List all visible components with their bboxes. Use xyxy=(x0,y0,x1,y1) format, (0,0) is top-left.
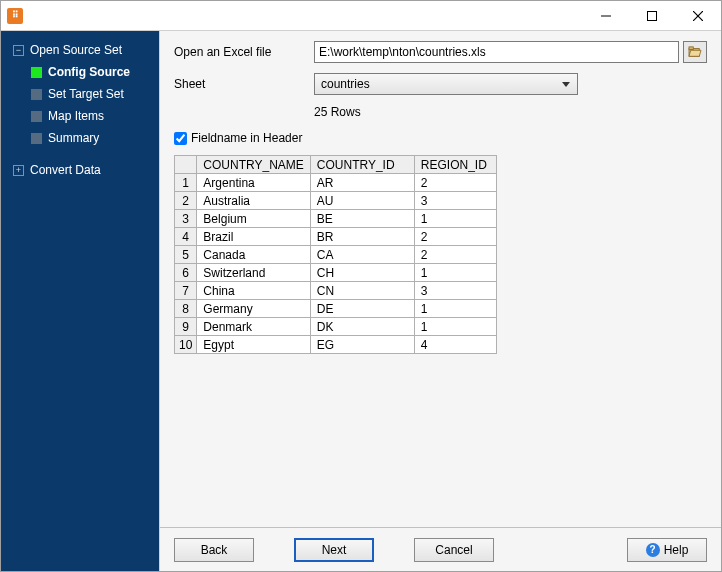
sidebar-item-label: Set Target Set xyxy=(48,87,124,101)
sidebar-item-label: Convert Data xyxy=(30,163,101,177)
fieldname-header-checkbox[interactable] xyxy=(174,132,187,145)
tree-toggle-icon[interactable]: − xyxy=(13,45,24,56)
table-cell: DK xyxy=(310,318,414,336)
row-number: 3 xyxy=(175,210,197,228)
back-button[interactable]: Back xyxy=(174,538,254,562)
titlebar: ⠿ xyxy=(1,1,721,31)
open-file-label: Open an Excel file xyxy=(174,45,314,59)
sidebar-item-label: Open Source Set xyxy=(30,43,122,57)
table-row[interactable]: 10EgyptEG4 xyxy=(175,336,497,354)
table-row[interactable]: 8GermanyDE1 xyxy=(175,300,497,318)
table-cell: BE xyxy=(310,210,414,228)
step-bullet-icon xyxy=(31,89,42,100)
column-header[interactable]: COUNTRY_ID xyxy=(310,156,414,174)
row-number: 4 xyxy=(175,228,197,246)
row-number: 7 xyxy=(175,282,197,300)
step-bullet-icon xyxy=(31,111,42,122)
table-cell: 1 xyxy=(414,264,496,282)
table-cell: 2 xyxy=(414,174,496,192)
row-number: 6 xyxy=(175,264,197,282)
table-cell: BR xyxy=(310,228,414,246)
table-cell: DE xyxy=(310,300,414,318)
table-cell: 3 xyxy=(414,192,496,210)
browse-button[interactable] xyxy=(683,41,707,63)
row-number: 1 xyxy=(175,174,197,192)
row-number: 5 xyxy=(175,246,197,264)
table-cell: AU xyxy=(310,192,414,210)
table-row[interactable]: 9DenmarkDK1 xyxy=(175,318,497,336)
table-cell: CA xyxy=(310,246,414,264)
table-row[interactable]: 6SwitzerlandCH1 xyxy=(175,264,497,282)
table-cell: 1 xyxy=(414,210,496,228)
sidebar-item-label: Config Source xyxy=(48,65,130,79)
table-cell: Switzerland xyxy=(197,264,310,282)
table-cell: 3 xyxy=(414,282,496,300)
table-cell: Australia xyxy=(197,192,310,210)
sidebar-item-label: Summary xyxy=(48,131,99,145)
row-number: 10 xyxy=(175,336,197,354)
row-number: 9 xyxy=(175,318,197,336)
sidebar-item-set-target-set[interactable]: Set Target Set xyxy=(9,83,159,105)
help-icon: ? xyxy=(646,543,660,557)
table-row[interactable]: 7ChinaCN3 xyxy=(175,282,497,300)
minimize-button[interactable] xyxy=(583,1,629,31)
table-cell: 2 xyxy=(414,228,496,246)
maximize-button[interactable] xyxy=(629,1,675,31)
table-cell: Brazil xyxy=(197,228,310,246)
table-row[interactable]: 5CanadaCA2 xyxy=(175,246,497,264)
table-cell: CN xyxy=(310,282,414,300)
table-cell: Belgium xyxy=(197,210,310,228)
rows-count-label: 25 Rows xyxy=(314,105,707,119)
table-cell: Germany xyxy=(197,300,310,318)
table-cell: CH xyxy=(310,264,414,282)
sidebar-item-summary[interactable]: Summary xyxy=(9,127,159,149)
fieldname-header-label[interactable]: Fieldname in Header xyxy=(191,131,302,145)
table-cell: Canada xyxy=(197,246,310,264)
table-row[interactable]: 2AustraliaAU3 xyxy=(175,192,497,210)
svg-rect-1 xyxy=(648,11,657,20)
app-icon: ⠿ xyxy=(7,8,23,24)
table-row[interactable]: 3BelgiumBE1 xyxy=(175,210,497,228)
row-number: 2 xyxy=(175,192,197,210)
table-cell: Argentina xyxy=(197,174,310,192)
table-cell: 2 xyxy=(414,246,496,264)
sidebar-item-convert-data[interactable]: +Convert Data xyxy=(9,159,159,181)
svg-marker-6 xyxy=(689,50,701,56)
help-button[interactable]: ? Help xyxy=(627,538,707,562)
wizard-footer: Back Next Cancel ? Help xyxy=(160,527,721,571)
preview-table: COUNTRY_NAMECOUNTRY_IDREGION_ID 1Argenti… xyxy=(174,155,497,354)
main-panel: Open an Excel file Sheet count xyxy=(159,31,721,571)
table-cell: 1 xyxy=(414,300,496,318)
table-row[interactable]: 1ArgentinaAR2 xyxy=(175,174,497,192)
svg-rect-5 xyxy=(689,47,693,50)
sidebar-item-config-source[interactable]: Config Source xyxy=(9,61,159,83)
table-cell: 4 xyxy=(414,336,496,354)
sheet-select[interactable]: countries xyxy=(314,73,578,95)
sidebar-item-open-source-set[interactable]: −Open Source Set xyxy=(9,39,159,61)
wizard-steps-sidebar: −Open Source SetConfig SourceSet Target … xyxy=(1,31,159,571)
table-cell: Denmark xyxy=(197,318,310,336)
table-cell: 1 xyxy=(414,318,496,336)
table-cell: EG xyxy=(310,336,414,354)
row-number: 8 xyxy=(175,300,197,318)
sidebar-item-map-items[interactable]: Map Items xyxy=(9,105,159,127)
folder-open-icon xyxy=(688,46,702,58)
next-button[interactable]: Next xyxy=(294,538,374,562)
tree-toggle-icon[interactable]: + xyxy=(13,165,24,176)
wizard-window: ⠿ −Open Source SetConfig SourceSet Targe… xyxy=(0,0,722,572)
file-path-input[interactable] xyxy=(314,41,679,63)
column-header[interactable]: REGION_ID xyxy=(414,156,496,174)
table-cell: Egypt xyxy=(197,336,310,354)
close-button[interactable] xyxy=(675,1,721,31)
cancel-button[interactable]: Cancel xyxy=(414,538,494,562)
column-header[interactable]: COUNTRY_NAME xyxy=(197,156,310,174)
step-bullet-icon xyxy=(31,67,42,78)
sidebar-item-label: Map Items xyxy=(48,109,104,123)
table-corner xyxy=(175,156,197,174)
table-cell: AR xyxy=(310,174,414,192)
table-cell: China xyxy=(197,282,310,300)
sheet-label: Sheet xyxy=(174,77,314,91)
table-row[interactable]: 4BrazilBR2 xyxy=(175,228,497,246)
step-bullet-icon xyxy=(31,133,42,144)
